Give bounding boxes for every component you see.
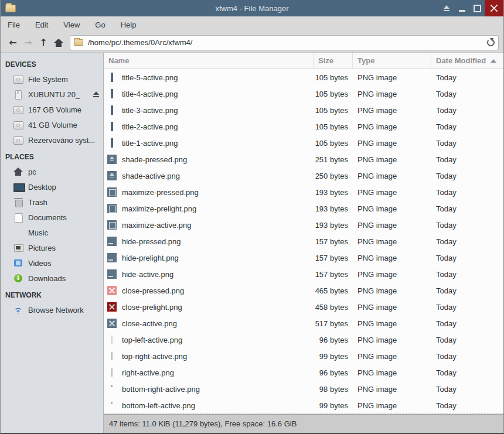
file-size: 105 bytes bbox=[314, 73, 353, 82]
file-type: PNG image bbox=[353, 254, 431, 262]
table-row[interactable]: maximize-active.png193 bytesPNG imageTod… bbox=[104, 217, 503, 233]
file-date: Today bbox=[431, 73, 503, 82]
table-row[interactable]: hide-pressed.png157 bytesPNG imageToday bbox=[104, 233, 503, 250]
table-row[interactable]: shade-active.png250 bytesPNG imageToday bbox=[104, 168, 503, 184]
table-row[interactable]: bottom-right-active.png98 bytesPNG image… bbox=[104, 381, 503, 397]
file-list[interactable]: title-5-active.png105 bytesPNG imageToda… bbox=[104, 69, 503, 414]
sidebar-item-desktop[interactable]: Desktop bbox=[1, 179, 103, 194]
column-header-label: Name bbox=[108, 56, 129, 65]
window-controls bbox=[439, 0, 503, 16]
file-size: 96 bytes bbox=[314, 368, 353, 377]
table-row[interactable]: hide-active.png157 bytesPNG imageToday bbox=[104, 266, 503, 282]
file-name-cell: shade-active.png bbox=[104, 171, 314, 180]
column-header-label: Date Modified bbox=[436, 56, 486, 65]
close-salmon-icon bbox=[107, 286, 117, 295]
up-button[interactable]: ↑ bbox=[36, 35, 51, 50]
table-row[interactable]: title-4-active.png105 bytesPNG imageToda… bbox=[104, 86, 503, 102]
sidebar-item-rezervov-no-syst[interactable]: Rezervováno syst... bbox=[1, 132, 103, 148]
file-name: shade-active.png bbox=[122, 172, 180, 180]
table-row[interactable]: title-1-active.png105 bytesPNG imageToda… bbox=[104, 135, 503, 151]
sidebar-section-network: NETWORK bbox=[1, 288, 103, 302]
minimize-button[interactable] bbox=[454, 0, 469, 16]
menu-item-edit[interactable]: Edit bbox=[35, 20, 48, 29]
file-type: PNG image bbox=[353, 319, 431, 328]
home-button[interactable] bbox=[51, 35, 66, 50]
path-bar[interactable]: /home/pc/.themes/0Arc/xfwm4/ bbox=[70, 35, 499, 50]
column-header-size[interactable]: Size bbox=[314, 53, 353, 69]
sidebar-item-41-gb-volume[interactable]: 41 GB Volume bbox=[1, 117, 103, 132]
titlebar[interactable]: xfwm4 - File Manager bbox=[1, 0, 503, 16]
column-header-date-modified[interactable]: Date Modified bbox=[431, 53, 503, 69]
eject-icon[interactable] bbox=[93, 91, 100, 97]
statusbar: 47 items: 11.0 KiB (11,279 bytes), Free … bbox=[104, 414, 503, 433]
menu-item-file[interactable]: File bbox=[8, 20, 20, 29]
file-name-cell: maximize-prelight.png bbox=[104, 204, 314, 213]
file-name-cell: close-prelight.png bbox=[104, 302, 314, 312]
file-name: shade-pressed.png bbox=[122, 155, 187, 164]
shade-button[interactable] bbox=[439, 0, 454, 16]
maximize-button[interactable] bbox=[469, 0, 485, 16]
sidebar-item-videos[interactable]: Videos bbox=[1, 255, 103, 271]
column-header-type[interactable]: Type bbox=[353, 53, 431, 69]
file-type: PNG image bbox=[353, 90, 431, 98]
videos-icon bbox=[13, 258, 23, 268]
sidebar-item-pictures[interactable]: Pictures bbox=[1, 240, 103, 255]
sidebar-item-music[interactable]: Music bbox=[1, 225, 103, 240]
sidebar-item-167-gb-volume[interactable]: 167 GB Volume bbox=[1, 102, 103, 117]
line-light-icon bbox=[107, 335, 117, 344]
sidebar-item-xubuntu-20[interactable]: XUBUNTU 20_ bbox=[1, 87, 103, 102]
table-row[interactable]: close-prelight.png458 bytesPNG imageToda… bbox=[104, 299, 503, 315]
sidebar-item-browse-network[interactable]: Browse Network bbox=[1, 302, 103, 317]
sort-ascending-icon bbox=[491, 59, 496, 63]
file-type: PNG image bbox=[353, 139, 431, 148]
table-row[interactable]: hide-prelight.png157 bytesPNG imageToday bbox=[104, 250, 503, 266]
table-row[interactable]: top-left-active.png96 bytesPNG imageToda… bbox=[104, 332, 503, 348]
sidebar-item-file-system[interactable]: File System bbox=[1, 71, 103, 87]
sidebar-item-trash[interactable]: Trash bbox=[1, 194, 103, 210]
file-date: Today bbox=[431, 237, 503, 246]
menu-item-go[interactable]: Go bbox=[95, 20, 105, 29]
file-date: Today bbox=[431, 368, 503, 377]
table-row[interactable]: title-3-active.png105 bytesPNG imageToda… bbox=[104, 102, 503, 118]
path-input[interactable]: /home/pc/.themes/0Arc/xfwm4/ bbox=[88, 38, 487, 47]
menu-item-help[interactable]: Help bbox=[121, 20, 137, 29]
table-row[interactable]: top-right-active.png99 bytesPNG imageTod… bbox=[104, 348, 503, 364]
table-row[interactable]: maximize-pressed.png193 bytesPNG imageTo… bbox=[104, 184, 503, 200]
file-name-cell: title-3-active.png bbox=[104, 105, 314, 115]
file-type: PNG image bbox=[353, 188, 431, 197]
sidebar-item-pc[interactable]: pc bbox=[1, 164, 103, 179]
close-button[interactable] bbox=[485, 0, 503, 16]
file-name: hide-prelight.png bbox=[122, 254, 179, 262]
column-header-label: Type bbox=[357, 56, 374, 65]
downloads-icon bbox=[13, 274, 23, 283]
file-name: title-5-active.png bbox=[122, 73, 178, 82]
forward-button[interactable]: → bbox=[21, 35, 36, 50]
shade-icon bbox=[107, 171, 117, 180]
table-row[interactable]: maximize-prelight.png193 bytesPNG imageT… bbox=[104, 200, 503, 217]
table-row[interactable]: close-pressed.png465 bytesPNG imageToday bbox=[104, 282, 503, 299]
table-row[interactable]: title-2-active.png105 bytesPNG imageToda… bbox=[104, 118, 503, 135]
menu-item-view[interactable]: View bbox=[63, 20, 80, 29]
file-size: 250 bytes bbox=[314, 172, 353, 180]
file-size: 105 bytes bbox=[314, 90, 353, 98]
refresh-icon[interactable] bbox=[487, 39, 495, 46]
file-size: 105 bytes bbox=[314, 139, 353, 148]
file-name-cell: title-4-active.png bbox=[104, 89, 314, 98]
table-row[interactable]: shade-pressed.png251 bytesPNG imageToday bbox=[104, 151, 503, 168]
table-row[interactable]: right-active.png96 bytesPNG imageToday bbox=[104, 364, 503, 381]
table-row[interactable]: bottom-left-active.png99 bytesPNG imageT… bbox=[104, 397, 503, 414]
table-row[interactable]: title-5-active.png105 bytesPNG imageToda… bbox=[104, 69, 503, 86]
file-name-cell: maximize-active.png bbox=[104, 220, 314, 230]
table-row[interactable]: close-active.png517 bytesPNG imageToday bbox=[104, 315, 503, 332]
sidebar-item-label: Desktop bbox=[28, 183, 100, 192]
file-type: PNG image bbox=[353, 352, 431, 361]
sidebar-item-label: Pictures bbox=[28, 244, 100, 252]
file-date: Today bbox=[431, 139, 503, 148]
back-button[interactable]: ← bbox=[5, 35, 21, 50]
column-header-name[interactable]: Name bbox=[104, 53, 314, 69]
sidebar-item-documents[interactable]: Documents bbox=[1, 210, 103, 225]
sidebar-item-downloads[interactable]: Downloads bbox=[1, 271, 103, 286]
toolbar: ← → ↑ /home/pc/.themes/0Arc/xfwm4/ bbox=[1, 33, 503, 53]
sidebar-section-places: PLACES bbox=[1, 150, 103, 164]
file-type: PNG image bbox=[353, 401, 431, 410]
